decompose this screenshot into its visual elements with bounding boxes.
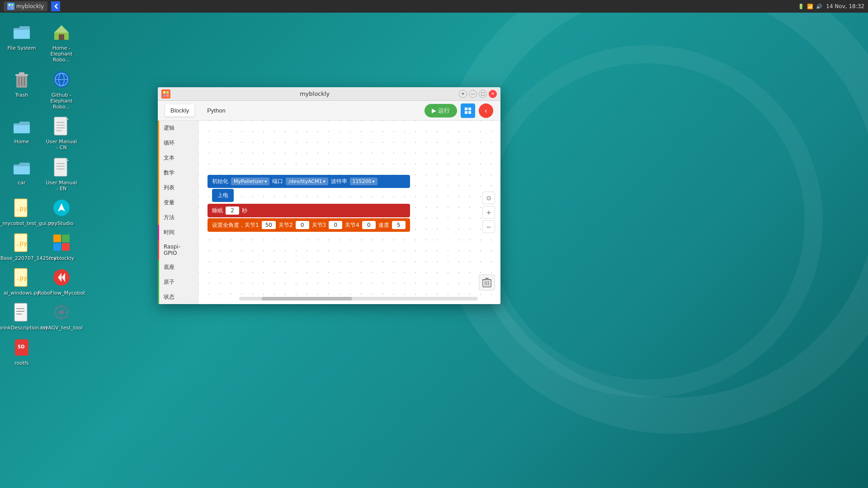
- svg-rect-50: [163, 91, 165, 94]
- sidebar-item-method[interactable]: 方法: [158, 210, 198, 225]
- desktop-icon-home[interactable]: Home: [4, 113, 40, 152]
- back-button[interactable]: ‹: [479, 103, 493, 118]
- svg-rect-35: [53, 243, 61, 251]
- roboflow-label: RoboFlow_Mycobot: [38, 290, 85, 296]
- sleep-value[interactable]: 2: [226, 206, 239, 215]
- port-label: 端口: [272, 178, 283, 185]
- mystudio-label: myStudio: [50, 221, 73, 226]
- taskbar-app-myblockly[interactable]: myblockly: [4, 1, 47, 11]
- scrollbar-thumb[interactable]: [262, 297, 352, 300]
- j3-value[interactable]: 0: [329, 221, 342, 229]
- grid-button[interactable]: [461, 103, 475, 118]
- j2-value[interactable]: 0: [296, 221, 309, 229]
- baud-label: 波特率: [331, 178, 347, 185]
- sleep-block[interactable]: 睡眠 2 秒: [208, 204, 410, 217]
- sidebar-item-time[interactable]: 时间: [158, 225, 198, 240]
- app-window: myblockly ✦ — □ ✕ Blockly Python ▶ 运行: [158, 87, 500, 304]
- trash-icon: [11, 69, 33, 90]
- desktop-icon-myblockly[interactable]: myblockly: [43, 230, 80, 263]
- myblockly-icon: [51, 232, 72, 253]
- power-block[interactable]: 上电: [212, 189, 234, 202]
- home-elephant-label: Home - Elephant Robo...: [45, 45, 78, 63]
- power-label: 上电: [217, 192, 228, 198]
- zoom-out-btn[interactable]: −: [482, 221, 495, 233]
- set-angle-label: 设置全角度，关节1: [212, 221, 259, 229]
- svg-rect-33: [53, 235, 61, 242]
- sidebar-item-logic[interactable]: 逻辑: [158, 121, 198, 136]
- svg-rect-15: [54, 117, 67, 135]
- svg-rect-51: [166, 91, 169, 94]
- set-angle-block[interactable]: 设置全角度，关节1 50 关节2 0 关节3 0 关节4 0 速度 5: [208, 218, 410, 232]
- sidebar-item-math[interactable]: 数学: [158, 165, 198, 180]
- sidebar-item-state[interactable]: 状态: [158, 290, 198, 304]
- user-manual-cn-label: User Manual - CN: [45, 139, 78, 150]
- desktop-icon-filesystem[interactable]: File System: [4, 20, 40, 65]
- sidebar-item-variable[interactable]: 变量: [158, 195, 198, 210]
- desktop-icon-rootfs[interactable]: SD rootfs: [4, 335, 40, 368]
- run-button[interactable]: ▶ 运行: [425, 104, 457, 117]
- j2-label: 关节2: [278, 221, 293, 229]
- scrollbar-horizontal[interactable]: [239, 297, 478, 300]
- svg-rect-7: [19, 72, 24, 75]
- desktop-icon-trash[interactable]: Trash: [4, 67, 40, 112]
- window-minimize-btn[interactable]: —: [469, 90, 477, 98]
- run-play-icon: ▶: [432, 107, 436, 114]
- window-close-btn[interactable]: ✕: [489, 90, 497, 98]
- port-dropdown[interactable]: /dev/ttyACM1: [286, 178, 328, 185]
- window-maximize-btn[interactable]: □: [479, 90, 487, 98]
- svg-rect-54: [465, 108, 467, 110]
- taskbar-vscode[interactable]: [51, 1, 60, 11]
- desktop-icon-rasp-mycobot[interactable]: .py rasp_mycobot_test_gui.py: [4, 195, 40, 228]
- ai-windows-label: ai_windows.py: [4, 290, 40, 296]
- txt-file-icon: [11, 301, 33, 323]
- baud-dropdown[interactable]: 115200: [350, 178, 377, 185]
- j1-value[interactable]: 50: [262, 221, 276, 229]
- sidebar-item-loop[interactable]: 循环: [158, 136, 198, 150]
- myblockly-label: myblockly: [49, 255, 74, 261]
- recenter-btn[interactable]: ⊙: [482, 192, 495, 204]
- trash-label: Trash: [15, 92, 28, 98]
- init-type-dropdown[interactable]: MyPalletizer: [231, 178, 269, 185]
- car-label: car: [18, 180, 25, 186]
- blocks-container: 初始化 MyPalletizer 端口 /dev/ttyACM1 波特率 115…: [208, 175, 410, 232]
- desktop-icon-myagvbase[interactable]: .py myAGVBase_220707_1425(ca...: [4, 230, 40, 263]
- zoom-in-btn[interactable]: +: [482, 206, 495, 219]
- sidebar-text-label: 文本: [164, 154, 175, 162]
- canvas-area[interactable]: 初始化 MyPalletizer 端口 /dev/ttyACM1 波特率 115…: [198, 121, 500, 304]
- speed-label: 速度: [378, 221, 389, 229]
- tab-python[interactable]: Python: [202, 104, 231, 117]
- desktop-icon-ai-windows[interactable]: .py ai_windows.py: [4, 265, 40, 298]
- speed-value[interactable]: 5: [392, 221, 406, 229]
- window-body: 逻辑 循环 文本 数学 列表 变量 方法: [158, 121, 500, 304]
- canvas-trash-btn[interactable]: [479, 274, 495, 291]
- desktop-icon-car[interactable]: car: [4, 155, 40, 193]
- init-block[interactable]: 初始化 MyPalletizer 端口 /dev/ttyACM1 波特率 115…: [208, 175, 410, 188]
- j4-value[interactable]: 0: [362, 221, 376, 229]
- sidebar-variable-label: 变量: [164, 199, 175, 206]
- j3-label: 关节3: [312, 221, 326, 229]
- window-pin-btn[interactable]: ✦: [459, 90, 467, 98]
- desktop-icon-user-manual-cn[interactable]: User Manual - CN: [43, 113, 80, 152]
- tab-blockly[interactable]: Blockly: [165, 104, 194, 117]
- github-label: Github - Elephant Robo...: [45, 92, 78, 110]
- myagv-test-label: myAGV_test_tool: [40, 325, 83, 331]
- desktop: myblockly 🔋 📶 🔊 14 Nov, 18:32: [0, 0, 868, 488]
- desktop-icon-shrink-desc[interactable]: shrinkDescription.txt: [4, 300, 40, 333]
- sidebar-item-atom[interactable]: 原子: [158, 275, 198, 290]
- desktop-icon-myagv-test[interactable]: myAGV_test_tool: [43, 300, 80, 333]
- sidebar-loop-label: 循环: [164, 139, 175, 147]
- svg-rect-1: [11, 4, 13, 6]
- desktop-icon-github[interactable]: Github - Elephant Robo...: [43, 67, 80, 112]
- desktop-icon-user-manual-en[interactable]: User Manual - EN: [43, 155, 80, 193]
- sidebar-item-text[interactable]: 文本: [158, 150, 198, 165]
- sidebar-item-raspi-gpio[interactable]: Raspi-GPIO: [158, 240, 198, 260]
- desktop-icon-home-elephant[interactable]: Home - Elephant Robo...: [43, 20, 80, 65]
- canvas-controls: ⊙ + −: [482, 192, 495, 233]
- sidebar-item-base[interactable]: 底座: [158, 260, 198, 275]
- sidebar-item-list[interactable]: 列表: [158, 180, 198, 195]
- desktop-icon-roboflow[interactable]: RoboFlow_Mycobot: [43, 265, 80, 298]
- filesystem-icon: [11, 22, 33, 43]
- desktop-icon-mystudio[interactable]: myStudio: [43, 195, 80, 228]
- svg-rect-56: [465, 111, 467, 114]
- svg-rect-53: [166, 94, 169, 97]
